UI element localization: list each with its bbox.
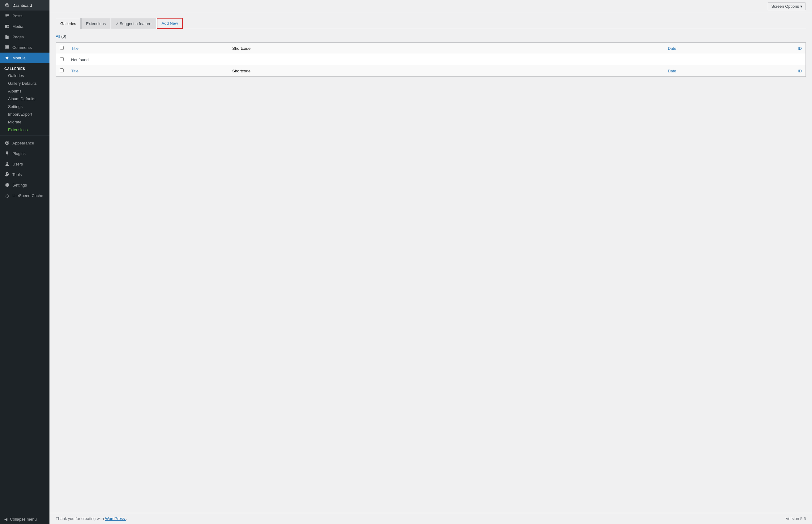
sidebar-item-modula-label: Modula [12, 56, 26, 60]
comments-icon [4, 45, 10, 50]
sidebar-item-appearance-label: Appearance [12, 141, 34, 145]
table-body: Not found [56, 54, 806, 66]
table-empty-row: Not found [56, 54, 806, 66]
modula-section-label: Galleries [0, 63, 49, 72]
not-found-message: Not found [67, 54, 806, 66]
footer: Thank you for creating with WordPress . … [49, 513, 812, 524]
collapse-menu[interactable]: ◀ Collapse menu [0, 514, 49, 524]
sidebar-item-settings[interactable]: Settings [0, 180, 49, 190]
tab-galleries[interactable]: Galleries [56, 18, 81, 29]
sidebar-sub-album-defaults[interactable]: Album Defaults [0, 95, 49, 103]
tab-bar: Galleries Extensions ↗ Suggest a feature… [56, 18, 806, 29]
main-content: Screen Options ▾ Galleries Extensions ↗ … [49, 0, 812, 524]
sidebar-item-posts[interactable]: Posts [0, 11, 49, 21]
table-header-shortcode: Shortcode [229, 43, 507, 54]
sidebar-item-users[interactable]: Users [0, 159, 49, 169]
sidebar-sub-import-export[interactable]: Import/Export [0, 111, 49, 118]
litespeed-icon: ◇ [4, 193, 10, 198]
sidebar-item-appearance[interactable]: Appearance [0, 138, 49, 148]
table-header-checkbox [56, 43, 68, 54]
svg-point-3 [6, 57, 8, 59]
sidebar-item-pages[interactable]: Pages [0, 32, 49, 42]
select-all-footer-checkbox[interactable] [60, 68, 64, 72]
sidebar-item-users-label: Users [12, 162, 23, 166]
sidebar-item-litespeed-label: LiteSpeed Cache [12, 193, 43, 198]
svg-rect-1 [7, 25, 9, 26]
screen-options-button[interactable]: Screen Options ▾ [768, 2, 806, 10]
plugins-icon [4, 151, 10, 156]
collapse-menu-label: Collapse menu [10, 517, 37, 522]
table-footer-title[interactable]: Title [67, 65, 229, 77]
appearance-icon [4, 140, 10, 146]
sidebar-item-dashboard[interactable]: Dashboard [0, 0, 49, 11]
sidebar-sub-settings[interactable]: Settings [0, 103, 49, 111]
sidebar-sub-extensions[interactable]: Extensions [0, 126, 49, 134]
users-icon [4, 161, 10, 167]
sidebar-item-posts-label: Posts [12, 14, 22, 18]
screen-options-arrow-icon: ▾ [800, 4, 802, 9]
table-header-date[interactable]: Date [507, 43, 680, 54]
tools-icon [4, 172, 10, 177]
sidebar-item-plugins[interactable]: Plugins [0, 148, 49, 159]
settings-icon [4, 182, 10, 188]
footer-version: Version 5.6 [786, 516, 806, 521]
content-area: Galleries Extensions ↗ Suggest a feature… [49, 13, 812, 513]
filter-all-label[interactable]: All [56, 34, 60, 39]
sidebar-sub-albums[interactable]: Albums [0, 87, 49, 95]
modula-icon [4, 55, 10, 61]
external-link-icon: ↗ [116, 22, 118, 26]
select-all-checkbox[interactable] [60, 46, 64, 50]
sidebar-item-settings-label: Settings [12, 183, 27, 187]
filter-bar: All (0) [56, 34, 806, 39]
sidebar-sub-gallery-defaults[interactable]: Gallery Defaults [0, 80, 49, 87]
galleries-table: Title Shortcode Date ID [56, 43, 806, 77]
table-header-id[interactable]: ID [680, 43, 806, 54]
tab-extensions-label: Extensions [86, 21, 106, 26]
svg-rect-0 [5, 25, 7, 28]
topbar: Screen Options ▾ [49, 0, 812, 13]
sidebar-divider-1 [0, 135, 49, 136]
table-footer-id[interactable]: ID [680, 65, 806, 77]
sidebar-item-media[interactable]: Media [0, 21, 49, 32]
sidebar-item-plugins-label: Plugins [12, 151, 26, 156]
sidebar: Dashboard Posts Media Pages Comments Mod… [0, 0, 49, 524]
table-footer: Title Shortcode Date ID [56, 65, 806, 77]
dashboard-icon [4, 2, 10, 8]
table-footer-date[interactable]: Date [507, 65, 680, 77]
svg-rect-2 [7, 27, 9, 28]
tab-galleries-label: Galleries [60, 21, 76, 26]
sidebar-item-tools[interactable]: Tools [0, 169, 49, 180]
table-header: Title Shortcode Date ID [56, 43, 806, 54]
sidebar-item-comments-label: Comments [12, 45, 32, 50]
sidebar-sub-migrate[interactable]: Migrate [0, 118, 49, 126]
tab-extensions[interactable]: Extensions [81, 18, 111, 29]
sidebar-item-tools-label: Tools [12, 172, 22, 177]
sidebar-item-modula[interactable]: Modula [0, 53, 49, 63]
screen-options-label: Screen Options [771, 4, 799, 9]
tab-suggest[interactable]: ↗ Suggest a feature [111, 18, 156, 29]
sidebar-item-dashboard-label: Dashboard [12, 3, 32, 8]
sidebar-item-pages-label: Pages [12, 35, 24, 39]
sidebar-item-media-label: Media [12, 24, 23, 29]
sidebar-sub-galleries[interactable]: Galleries [0, 72, 49, 80]
footer-wordpress-link[interactable]: WordPress [105, 516, 126, 521]
tab-add-new-label: Add New [162, 21, 178, 26]
table-header-title[interactable]: Title [67, 43, 229, 54]
sidebar-item-litespeed[interactable]: ◇ LiteSpeed Cache [0, 190, 49, 201]
table-footer-shortcode: Shortcode [229, 65, 507, 77]
row-checkbox[interactable] [60, 57, 64, 61]
media-icon [4, 23, 10, 29]
table-footer-checkbox [56, 65, 68, 77]
filter-count: (0) [61, 34, 66, 39]
sidebar-item-comments[interactable]: Comments [0, 42, 49, 53]
collapse-arrow-icon: ◀ [4, 517, 7, 522]
pages-icon [4, 34, 10, 39]
tab-suggest-label: Suggest a feature [120, 21, 152, 26]
tab-add-new[interactable]: Add New [157, 18, 183, 29]
footer-thank-you: Thank you for creating with WordPress . [56, 516, 127, 521]
posts-icon [4, 13, 10, 19]
empty-checkbox-cell [56, 54, 68, 66]
